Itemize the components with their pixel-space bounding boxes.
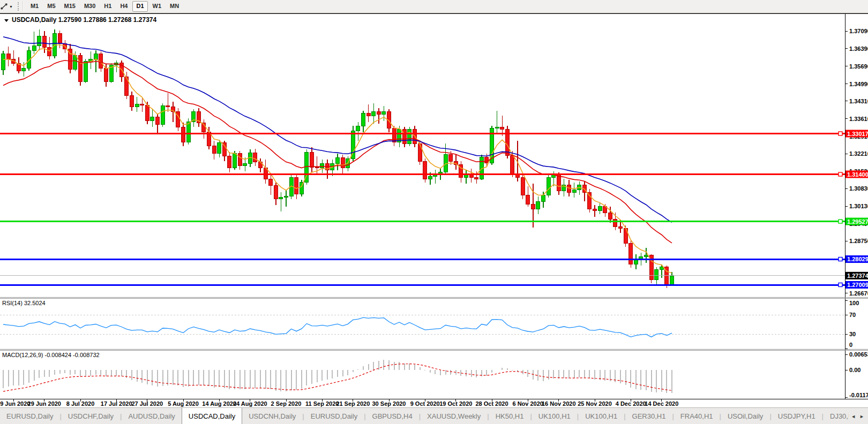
date-tick-label: 30 Sep 2020 (372, 400, 406, 407)
candle (79, 53, 83, 86)
svg-text:1.31400: 1.31400 (847, 171, 868, 178)
rsi-axis-label: 30 (849, 331, 856, 337)
chart-tab-ger30-h1[interactable]: GER30,H1 (626, 408, 672, 424)
price-tick-label: 1.37090 (849, 28, 868, 34)
timeframe-button-M30[interactable]: M30 (80, 1, 99, 11)
chart-tab-usdchf-daily[interactable]: USDCHF,Daily (62, 408, 120, 424)
price-tick-label: 1.36390 (849, 46, 868, 52)
hline-price-label: 1.28029 (845, 255, 868, 263)
date-tick-label: 29 Jun 2020 (28, 400, 61, 407)
date-tick-label: 4 Dec 2020 (616, 400, 646, 407)
timeframe-button-M1[interactable]: M1 (27, 1, 42, 11)
timeframe-button-D1[interactable]: D1 (132, 1, 147, 11)
date-tick-label: 27 Jul 2020 (131, 400, 163, 407)
date-tick-label: 2 Sep 2020 (271, 400, 302, 407)
line-anchor-marker[interactable] (839, 258, 842, 261)
timeframe-button-W1[interactable]: W1 (149, 1, 166, 11)
chart-tab-bar: EURUSD,Daily|USDCHF,Daily|AUDUSD,DailyUS… (0, 407, 868, 424)
toolbar-separator (23, 1, 24, 12)
svg-text:1.28029: 1.28029 (847, 256, 868, 262)
rsi-axis-label: 100 (849, 300, 859, 306)
chart-tab-hk50-h1[interactable]: HK50,H1 (489, 408, 530, 424)
date-tick-label: 8 Jul 2020 (66, 400, 95, 407)
price-tick-label: 1.34310 (849, 98, 868, 104)
macd-axis-label: -0.011768 (849, 392, 868, 398)
candle (423, 158, 427, 182)
chart-tab-usdjpy-h1[interactable]: USDJPY,H1 (772, 408, 822, 424)
date-tick-label: 6 Nov 2020 (512, 400, 543, 407)
svg-text:1.33017: 1.33017 (847, 131, 868, 137)
line-anchor-marker[interactable] (839, 132, 842, 135)
candle (547, 175, 550, 197)
candle (480, 155, 483, 180)
chart-tab-fra40-h1[interactable]: FRA40,H1 (674, 408, 720, 424)
diagonal-arrow-icon[interactable] (1, 2, 9, 11)
line-anchor-marker[interactable] (839, 283, 842, 287)
svg-text:1.27009: 1.27009 (847, 282, 868, 288)
chart-tab-usdcad-daily[interactable]: USDCAD,Daily (182, 408, 242, 424)
candle (305, 149, 309, 185)
line-anchor-marker[interactable] (839, 172, 842, 176)
dropdown-caret-icon[interactable]: ▼ (9, 5, 13, 9)
candle (161, 103, 164, 127)
date-tick-label: 19 Jun 2020 (0, 400, 30, 407)
tab-scroll-buttons: ◄ ► (849, 408, 868, 424)
chart-tab-usoil-daily[interactable]: USOil,Daily (721, 408, 769, 424)
chart-tab-uk100-h1[interactable]: UK100,H1 (532, 408, 577, 424)
hline-price-label: 1.29527 (845, 218, 868, 225)
tab-scroll-left-icon[interactable]: ◄ (851, 414, 856, 419)
price-tick-label: 1.35690 (849, 63, 868, 70)
date-tick-label: 14 Aug 2020 (202, 400, 236, 407)
svg-text:1.27374: 1.27374 (847, 272, 868, 279)
line-anchor-marker[interactable] (839, 219, 842, 223)
price-tick-label: 1.30130 (849, 203, 868, 209)
macd-label: MACD(12,26,9) -0.008424 -0.008732 (2, 352, 100, 358)
chart-tab-uk100-h1[interactable]: UK100,H1 (579, 408, 624, 424)
price-tick-label: 1.28750 (849, 238, 868, 244)
hline-price-label: 1.33017 (845, 130, 868, 138)
chart-title: USDCAD,Daily 1.27590 1.27886 1.27268 1.2… (4, 16, 157, 24)
candle (588, 189, 592, 213)
date-tick-label: 16 Nov 2020 (542, 400, 576, 407)
chart-background (0, 13, 868, 407)
timeframe-toolbar: ▼ M1M5M15M30H1H4D1W1MN (0, 0, 868, 13)
date-tick-label: 11 Sep 2020 (305, 400, 339, 407)
price-tick-label: 1.30830 (849, 185, 868, 192)
candle (408, 127, 411, 146)
timeframe-button-M5[interactable]: M5 (43, 1, 59, 11)
chart-tabs: EURUSD,Daily|USDCHF,Daily|AUDUSD,DailyUS… (0, 408, 849, 424)
toolbar-grip[interactable] (18, 2, 20, 11)
price-tick-label: 1.34990 (849, 81, 868, 87)
rsi-axis-label: 70 (849, 312, 856, 318)
rsi-axis-label: 0 (849, 342, 852, 348)
date-tick-label: 21 Sep 2020 (336, 400, 370, 407)
hline-price-label: 1.31400 (845, 171, 868, 178)
symbol-ohlc-title: USDCAD,Daily 1.27590 1.27886 1.27268 1.2… (12, 16, 157, 24)
price-tick-label: 1.32210 (849, 150, 868, 157)
chart-area[interactable]: 1.370901.363901.356901.349901.343101.336… (0, 0, 868, 407)
mt4-window: ▼ M1M5M15M30H1H4D1W1MN 1.370901.363901.3… (0, 0, 868, 424)
date-tick-label: 25 Nov 2020 (578, 400, 612, 407)
date-tick-label: 19 Oct 2020 (439, 400, 472, 407)
timeframe-button-M15[interactable]: M15 (61, 1, 79, 11)
date-tick-label: 5 Aug 2020 (168, 400, 199, 407)
svg-text:1.29527: 1.29527 (847, 218, 868, 225)
rsi-label: RSI(14) 32.5024 (2, 300, 46, 306)
chart-tab-audusd-daily[interactable]: AUDUSD,Daily (122, 408, 181, 424)
tab-scroll-right-icon[interactable]: ► (859, 414, 864, 419)
chart-tab-eurusd-daily[interactable]: EURUSD,Daily (0, 408, 59, 424)
timeframe-button-H4[interactable]: H4 (116, 1, 131, 11)
chart-tab-gbpusd-h4[interactable]: GBPUSD,H4 (366, 408, 419, 424)
chart-tab-eurusd-daily[interactable]: EURUSD,Daily (304, 408, 364, 424)
candle (629, 240, 633, 268)
price-tick-label: 1.33610 (849, 116, 868, 122)
chart-tab-usdcnh-daily[interactable]: USDCNH,Daily (242, 408, 302, 424)
timeframe-button-H1[interactable]: H1 (100, 1, 115, 11)
price-tick-label: 1.26670 (849, 290, 868, 297)
chart-tab-xauusd-weekly[interactable]: XAUUSD,Weekly (421, 408, 487, 424)
chart-tab-dj30-daily[interactable]: DJ30,Daily (824, 408, 849, 424)
timeframe-button-MN[interactable]: MN (166, 1, 183, 11)
date-tick-label: 17 Jul 2020 (101, 400, 132, 407)
candle (53, 29, 57, 58)
date-tick-label: 14 Dec 2020 (645, 400, 678, 407)
